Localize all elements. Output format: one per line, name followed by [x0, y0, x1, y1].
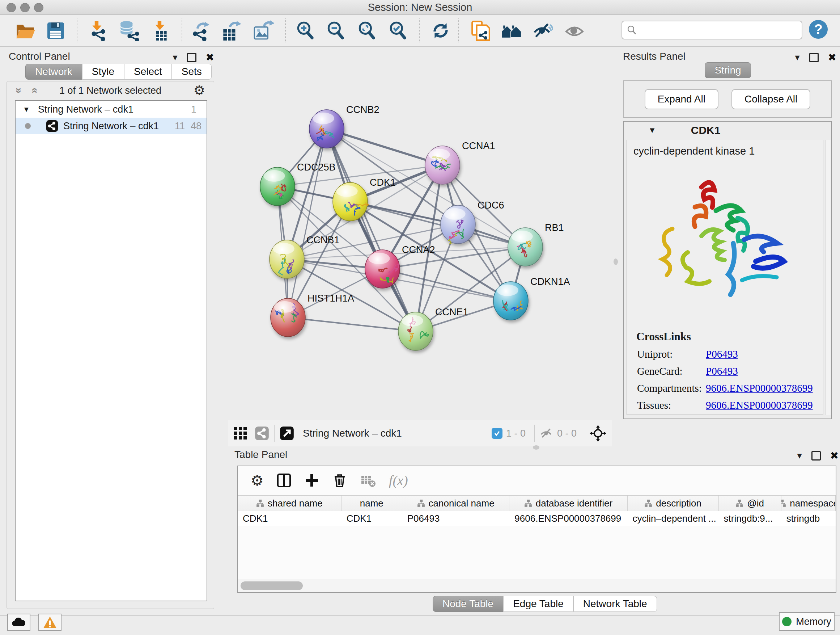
export-network-button[interactable]: [189, 19, 212, 42]
table-data-row[interactable]: CDK1CDK1P064939606.ENSP00000378699cyclin…: [238, 511, 836, 526]
crosslink-label: GeneCard:: [637, 365, 706, 377]
tab-style[interactable]: Style: [82, 64, 124, 80]
add-column-icon[interactable]: [304, 473, 319, 488]
table-cell[interactable]: stringdb:9...: [719, 511, 782, 526]
refresh-view-button[interactable]: [429, 19, 452, 42]
first-neighbors-button[interactable]: [500, 19, 523, 42]
main-toolbar: ?: [0, 15, 840, 47]
network-node-CCNE1[interactable]: CCNE1: [398, 307, 469, 350]
table-toolbar: ⚙ f(x): [238, 466, 836, 494]
delete-column-icon[interactable]: [332, 472, 347, 488]
table-horizontal-scrollbar[interactable]: [238, 579, 836, 592]
table-cell[interactable]: stringdb: [782, 511, 836, 526]
results-actions: Expand All Collapse All: [623, 80, 832, 118]
table-cell[interactable]: cyclin–dependent ...: [628, 511, 719, 526]
zoom-out-button[interactable]: [324, 19, 347, 42]
status-bar: Memory: [0, 616, 840, 635]
network-edge-HIST1H1A-CCNE1[interactable]: [288, 318, 416, 331]
crosslink-link[interactable]: 9606.ENSP00000378699: [706, 399, 813, 411]
tab-string[interactable]: String: [705, 62, 751, 78]
zoom-fit-content-button[interactable]: [355, 19, 378, 42]
network-node-CCNA1[interactable]: CCNA1: [425, 141, 495, 184]
sort-tree-icon: [782, 499, 786, 507]
import-table-file-button[interactable]: [148, 19, 172, 42]
table-options-gear-icon[interactable]: ⚙: [251, 472, 264, 489]
panel-close-icon[interactable]: ✖: [830, 450, 838, 462]
tab-network-table[interactable]: Network Table: [573, 596, 657, 612]
table-cell[interactable]: P06493: [402, 511, 510, 526]
network-edge-CCNB2-CCNA1[interactable]: [327, 129, 442, 165]
warnings-button[interactable]: [38, 614, 62, 631]
panel-close-icon[interactable]: ✖: [206, 51, 214, 63]
column-header-description[interactable]: description: [628, 496, 719, 511]
column-header-@id[interactable]: @id: [719, 496, 782, 511]
show-all-button[interactable]: [563, 19, 586, 42]
network-node-HIST1H1A[interactable]: HIST1H1A: [271, 293, 354, 337]
new-network-from-selection-button[interactable]: [469, 19, 492, 42]
table-cell[interactable]: 9606.ENSP00000378699: [509, 511, 627, 526]
column-header-canonical-name[interactable]: canonical name: [402, 496, 510, 511]
panel-close-icon[interactable]: ✖: [828, 51, 836, 63]
export-table-button[interactable]: [219, 19, 242, 42]
zoom-in-button[interactable]: [294, 19, 317, 42]
crosslink-link[interactable]: P06493: [706, 348, 738, 360]
tab-select[interactable]: Select: [124, 64, 172, 80]
hide-selected-button[interactable]: [531, 19, 554, 42]
panel-float-icon[interactable]: [812, 451, 821, 461]
network-row-selected[interactable]: String Network – cdk1 11 48: [16, 118, 207, 134]
network-node-CDKN1A[interactable]: CDKN1A: [493, 276, 570, 320]
open-session-button[interactable]: [14, 19, 37, 42]
collapse-all-button[interactable]: Collapse All: [731, 89, 810, 109]
table-cell[interactable]: CDK1: [341, 511, 402, 526]
help-button[interactable]: ?: [809, 20, 828, 39]
zoom-selected-icon: [387, 20, 409, 41]
tab-sets[interactable]: Sets: [172, 64, 212, 80]
export-image-icon: [253, 20, 274, 41]
column-header-label: database identifier: [536, 498, 613, 509]
panel-collapse-icon[interactable]: ▾: [797, 450, 802, 461]
export-image-button[interactable]: [252, 19, 275, 42]
import-network-database-button[interactable]: [117, 19, 141, 42]
current-network-dot-icon: [25, 123, 31, 129]
expand-all-button[interactable]: Expand All: [645, 89, 718, 109]
pan-crosshair-icon[interactable]: [590, 425, 606, 442]
tab-network[interactable]: Network: [25, 64, 82, 80]
column-header-namespace[interactable]: namespace: [782, 496, 836, 511]
memory-button[interactable]: Memory: [779, 612, 835, 631]
panel-float-icon[interactable]: [809, 53, 819, 62]
network-collection-row[interactable]: ▼ String Network – cdk1 1: [16, 101, 207, 118]
tab-edge-table[interactable]: Edge Table: [503, 596, 573, 612]
birds-eye-view-icon[interactable]: [233, 426, 248, 441]
scrollbar-thumb[interactable]: [240, 581, 303, 590]
network-node-label: CCNB2: [346, 104, 379, 115]
selected-counts: 1 - 0: [506, 428, 526, 439]
selected-checkbox-icon[interactable]: [492, 428, 502, 439]
import-network-file-button[interactable]: [85, 19, 109, 42]
crosslink-link[interactable]: 9606.ENSP00000378699: [706, 382, 813, 394]
save-session-button[interactable]: [44, 19, 67, 42]
zoom-selected-button[interactable]: [386, 19, 409, 42]
sort-tree-icon: [644, 499, 652, 507]
results-scrollbar[interactable]: [825, 140, 831, 415]
detach-view-icon[interactable]: [279, 426, 294, 440]
search-input[interactable]: [637, 24, 797, 36]
crosslink-link[interactable]: P06493: [706, 365, 738, 377]
column-header-name[interactable]: name: [341, 496, 402, 511]
cloud-button[interactable]: [7, 614, 30, 631]
network-edge-CCNB2-HIST1H1A[interactable]: [288, 129, 327, 318]
panel-collapse-icon[interactable]: ▾: [795, 52, 799, 63]
network-options-gear-icon[interactable]: ⚙: [194, 83, 205, 98]
entry-collapse-icon[interactable]: ▼: [648, 126, 656, 135]
tab-node-table[interactable]: Node Table: [433, 596, 503, 612]
tree-expand-icon[interactable]: ▼: [23, 105, 30, 114]
network-node-RB1[interactable]: RB1: [508, 222, 564, 266]
network-view-footer: String Network – cdk1 1 - 0 0 - 0: [228, 420, 612, 447]
panel-float-icon[interactable]: [187, 53, 196, 62]
show-columns-icon[interactable]: [276, 472, 292, 488]
column-header-database-identifier[interactable]: database identifier: [509, 496, 627, 511]
network-canvas[interactable]: CCNB2CCNA1CDC25BCDK1CDC6RB1CCNB1CCNA2CDK…: [228, 46, 612, 420]
table-cell[interactable]: CDK1: [238, 511, 341, 526]
column-header-shared-name[interactable]: shared name: [238, 496, 341, 511]
network-node-CCNB1[interactable]: CCNB1: [270, 234, 340, 279]
panel-collapse-icon[interactable]: ▾: [172, 52, 177, 63]
